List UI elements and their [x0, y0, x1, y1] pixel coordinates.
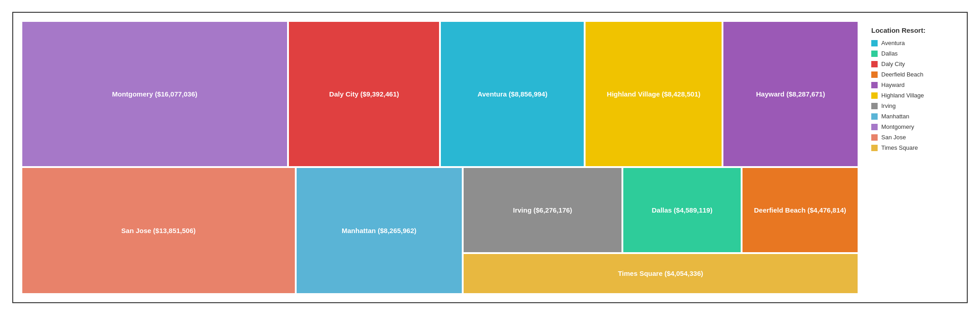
legend-color-aventura	[871, 40, 878, 46]
legend-item-manhattan: Manhattan	[871, 113, 958, 120]
legend-color-san-jose	[871, 134, 878, 141]
legend-item-daly-city: Daly City	[871, 61, 958, 67]
legend-item-montgomery: Montgomery	[871, 123, 958, 130]
legend-label-aventura: Aventura	[881, 40, 905, 46]
legend-label-dallas: Dallas	[881, 50, 898, 57]
legend-item-aventura: Aventura	[871, 40, 958, 46]
legend-label-san-jose: San Jose	[881, 134, 906, 141]
top-row: Montgomery ($16,077,036) Daly City ($9,3…	[22, 22, 858, 166]
legend-label-manhattan: Manhattan	[881, 113, 909, 120]
legend-area: Location Resort: Aventura Dallas Daly Ci…	[867, 22, 958, 293]
legend-color-dallas	[871, 51, 878, 57]
legend-label-times-square: Times Square	[881, 144, 918, 151]
cell-highland-village: Highland Village ($8,428,501)	[586, 22, 722, 166]
bottom-right-bottom: Times Square ($4,054,336)	[464, 254, 858, 293]
legend-color-irving	[871, 103, 878, 109]
legend-item-highland-village: Highland Village	[871, 92, 958, 99]
legend-label-deerfield-beach: Deerfield Beach	[881, 71, 924, 78]
legend-label-hayward: Hayward	[881, 81, 904, 88]
chart-container: Montgomery ($16,077,036) Daly City ($9,3…	[12, 12, 968, 303]
legend-item-irving: Irving	[871, 102, 958, 109]
legend-item-hayward: Hayward	[871, 81, 958, 88]
legend-item-dallas: Dallas	[871, 50, 958, 57]
legend-color-times-square	[871, 145, 878, 151]
cell-san-jose: San Jose ($13,851,506)	[22, 168, 295, 293]
cell-hayward: Hayward ($8,287,671)	[723, 22, 858, 166]
legend-item-times-square: Times Square	[871, 144, 958, 151]
legend-color-deerfield-beach	[871, 71, 878, 78]
cell-dallas: Dallas ($4,589,119)	[623, 168, 741, 253]
cell-aventura: Aventura ($8,856,994)	[441, 22, 584, 166]
cell-daly-city: Daly City ($9,392,461)	[289, 22, 439, 166]
legend-label-irving: Irving	[881, 102, 896, 109]
legend-label-montgomery: Montgomery	[881, 123, 914, 130]
legend-color-highland-village	[871, 92, 878, 99]
legend-label-daly-city: Daly City	[881, 61, 905, 67]
cell-montgomery: Montgomery ($16,077,036)	[22, 22, 287, 166]
legend-item-san-jose: San Jose	[871, 134, 958, 141]
bottom-right-top: Irving ($6,276,176) Dallas ($4,589,119) …	[464, 168, 858, 253]
cell-manhattan: Manhattan ($8,265,962)	[297, 168, 462, 293]
bottom-row: San Jose ($13,851,506) Manhattan ($8,265…	[22, 168, 858, 293]
cell-times-square: Times Square ($4,054,336)	[464, 254, 858, 293]
bottom-right-stack: Irving ($6,276,176) Dallas ($4,589,119) …	[464, 168, 858, 293]
legend-color-manhattan	[871, 113, 878, 120]
legend-color-hayward	[871, 82, 878, 88]
legend-color-montgomery	[871, 124, 878, 130]
legend-color-daly-city	[871, 61, 878, 67]
cell-deerfield-beach: Deerfield Beach ($4,476,814)	[743, 168, 858, 253]
treemap-area: Montgomery ($16,077,036) Daly City ($9,3…	[22, 22, 858, 293]
legend-label-highland-village: Highland Village	[881, 92, 924, 99]
legend-title: Location Resort:	[871, 26, 958, 34]
legend-item-deerfield-beach: Deerfield Beach	[871, 71, 958, 78]
cell-irving: Irving ($6,276,176)	[464, 168, 622, 253]
